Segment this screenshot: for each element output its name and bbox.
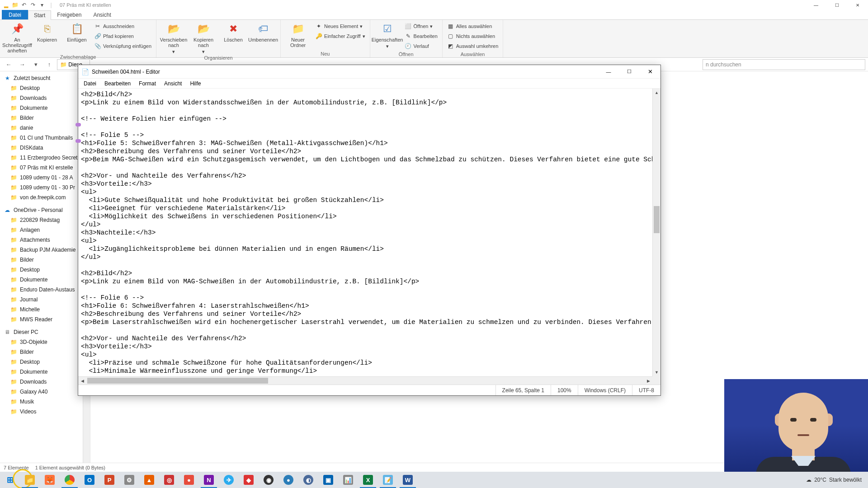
taskbar-app[interactable]: ● xyxy=(278,472,298,488)
tree-item[interactable]: 📁Videos xyxy=(0,407,90,417)
taskbar-word[interactable]: W xyxy=(398,472,418,488)
notepad-titlebar[interactable]: 📄 Schweißen 004.html - Editor — ☐ ✕ xyxy=(78,65,660,79)
tree-item[interactable]: 📁3D-Objekte xyxy=(0,337,90,347)
cut-button[interactable]: ✂Ausschneiden xyxy=(93,22,152,31)
paste-button[interactable]: 📋 Einfügen xyxy=(63,22,90,42)
copy-path-button[interactable]: 🔗Pfad kopieren xyxy=(93,32,152,41)
menu-view[interactable]: Ansicht xyxy=(160,80,185,88)
weather-widget[interactable]: ☁ 20°C Stark bewölkt xyxy=(806,477,862,483)
taskbar-excel[interactable]: X xyxy=(358,472,378,488)
tree-item[interactable]: 📁Attachments xyxy=(0,235,90,245)
taskbar-explorer[interactable]: 📁 xyxy=(20,472,40,488)
scroll-up-icon[interactable]: ▲ xyxy=(653,89,660,97)
tree-item[interactable]: 📁Journal xyxy=(0,295,90,305)
scroll-left-icon[interactable]: ◀ xyxy=(78,377,86,385)
tree-item[interactable]: 📁Musik xyxy=(0,397,90,407)
tree-item[interactable]: 📁Anlagen xyxy=(0,225,90,235)
taskbar-app[interactable]: ▣ xyxy=(318,472,338,488)
taskbar-outlook[interactable]: O xyxy=(80,472,99,488)
tree-item[interactable]: 📁Desktop xyxy=(0,265,90,275)
minimize-button[interactable]: — xyxy=(806,0,826,10)
scroll-down-icon[interactable]: ▼ xyxy=(653,368,660,376)
scrollbar-thumb[interactable] xyxy=(654,206,660,233)
maximize-button[interactable]: ☐ xyxy=(619,65,640,79)
tree-item[interactable]: 📁Desktop xyxy=(0,357,90,367)
tree-item[interactable]: 📁von de.freepik.com xyxy=(0,192,90,202)
tree-this-pc[interactable]: 🖥Dieser PC xyxy=(0,327,90,337)
tree-item[interactable]: 📁07 Präs mit KI erstelle xyxy=(0,163,90,173)
delete-button[interactable]: ✖Löschen xyxy=(220,22,247,42)
text-area[interactable]: <h2>Bild</h2> <p>Link zu einem Bild von … xyxy=(78,89,652,376)
tree-item[interactable]: 📁Dokumente xyxy=(0,367,90,377)
start-button[interactable]: ⊞ xyxy=(0,472,20,488)
tree-item[interactable]: 📁Bilder xyxy=(0,113,90,123)
paste-link-button[interactable]: 📎Verknüpfung einfügen xyxy=(93,42,152,51)
horizontal-scrollbar[interactable]: ◀ ▶ xyxy=(78,376,652,385)
navigation-tree[interactable]: ★Zuletzt besucht 📁Desktop📁Downloads📁Doku… xyxy=(0,72,90,463)
new-item-button[interactable]: ✦Neues Element ▾ xyxy=(314,22,366,31)
rename-button[interactable]: 🏷Umbenennen xyxy=(250,22,277,42)
tree-item[interactable]: 📁Michelle xyxy=(0,305,90,314)
taskbar-obs[interactable]: ◉ xyxy=(259,472,278,488)
new-folder-button[interactable]: 📁Neuer Ordner xyxy=(284,22,311,48)
forward-button[interactable]: → xyxy=(16,59,28,70)
taskbar-notepad[interactable]: 📝 xyxy=(378,472,398,488)
back-button[interactable]: ← xyxy=(3,59,14,70)
tree-item[interactable]: 📁1089 udemy 01 - 28 A xyxy=(0,173,90,183)
scroll-right-icon[interactable]: ▶ xyxy=(644,377,652,385)
close-button[interactable]: ✕ xyxy=(640,65,660,79)
tree-quick-access[interactable]: ★Zuletzt besucht xyxy=(0,73,90,83)
copy-to-button[interactable]: 📂Kopieren nach▾ xyxy=(190,22,217,54)
tree-item[interactable]: 📁Downloads xyxy=(0,93,90,103)
taskbar-app[interactable]: ● xyxy=(179,472,199,488)
select-all-button[interactable]: ▦Alles auswählen xyxy=(446,22,500,31)
menu-file[interactable]: Datei xyxy=(80,80,100,88)
recent-dropdown[interactable]: ▾ xyxy=(30,59,42,70)
edit-button[interactable]: ✎Bearbeiten xyxy=(404,32,439,41)
tree-item[interactable]: 📁Bilder xyxy=(0,347,90,357)
tree-item[interactable]: 📁Dokumente xyxy=(0,275,90,285)
taskbar-app[interactable]: ⚙ xyxy=(119,472,139,488)
taskbar-firefox[interactable]: 🦊 xyxy=(40,472,60,488)
search-input[interactable]: n durchsuchen xyxy=(703,59,865,70)
taskbar-chrome[interactable] xyxy=(60,472,80,488)
taskbar-app[interactable]: 📊 xyxy=(338,472,358,488)
tab-start[interactable]: Start xyxy=(28,10,51,20)
properties-button[interactable]: ☑Eigenschaften▾ xyxy=(374,22,401,49)
tree-item[interactable]: 📁Bilder xyxy=(0,255,90,265)
dropdown-icon[interactable]: ▾ xyxy=(38,1,46,9)
scrollbar-thumb[interactable] xyxy=(87,378,268,384)
move-to-button[interactable]: 📂Verschieben nach▾ xyxy=(160,22,187,54)
tree-item[interactable]: 📁Desktop xyxy=(0,83,90,93)
tree-item[interactable]: 📁Backup PJM Akademie xyxy=(0,245,90,255)
tree-item[interactable]: 📁11 Erzbergrodeo Secret xyxy=(0,153,90,163)
close-button[interactable]: ✕ xyxy=(847,0,868,10)
select-none-button[interactable]: ▢Nichts auswählen xyxy=(446,32,500,41)
taskbar-app[interactable]: ◐ xyxy=(298,472,318,488)
easy-access-button[interactable]: 🔑Einfacher Zugriff ▾ xyxy=(314,32,366,41)
tree-item[interactable]: 📁Enduro Daten-Austaus xyxy=(0,285,90,295)
vertical-scrollbar[interactable]: ▲ ▼ xyxy=(652,89,660,376)
taskbar-onenote[interactable]: N xyxy=(199,472,219,488)
minimize-button[interactable]: — xyxy=(598,65,619,79)
menu-help[interactable]: Hilfe xyxy=(186,80,204,88)
copy-button[interactable]: ⎘ Kopieren xyxy=(33,22,61,42)
up-button[interactable]: ↑ xyxy=(43,59,55,70)
tree-item[interactable]: 📁MWS Reader xyxy=(0,314,90,324)
tree-item[interactable]: 📁DISKdata xyxy=(0,143,90,153)
pin-quick-access-button[interactable]: 📌 An Schnellzugriff anheften xyxy=(4,22,31,53)
open-button[interactable]: ⬜Öffnen ▾ xyxy=(404,22,439,31)
tab-file[interactable]: Datei xyxy=(2,10,28,19)
tree-item[interactable]: 📁Downloads xyxy=(0,377,90,387)
tab-share[interactable]: Freigeben xyxy=(51,10,87,19)
menu-format[interactable]: Format xyxy=(135,80,160,88)
maximize-button[interactable]: ☐ xyxy=(826,0,847,10)
tree-item[interactable]: 📁1089 udemy 01 - 30 Pr xyxy=(0,183,90,192)
menu-edit[interactable]: Bearbeiten xyxy=(101,80,134,88)
tree-item[interactable]: 📁220829 Redstag xyxy=(0,215,90,225)
tab-view[interactable]: Ansicht xyxy=(87,10,117,19)
taskbar-app[interactable]: ◎ xyxy=(159,472,179,488)
taskbar-telegram[interactable]: ✈ xyxy=(219,472,239,488)
taskbar-vlc[interactable]: ▲ xyxy=(139,472,159,488)
tree-onedrive[interactable]: ☁OneDrive - Personal xyxy=(0,205,90,215)
